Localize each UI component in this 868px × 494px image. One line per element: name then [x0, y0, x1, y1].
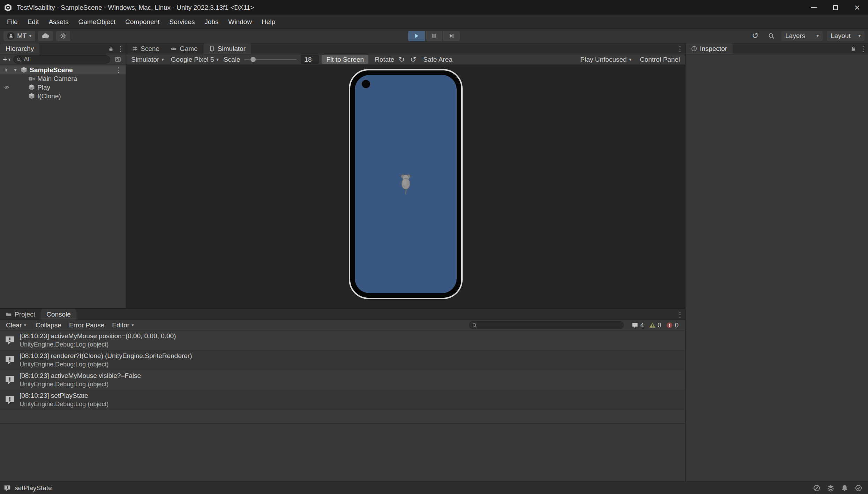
play-unfocused-label: Play Unfocused [580, 56, 627, 63]
row-menu-kebab-icon[interactable]: ⋮ [115, 66, 122, 74]
foldout-arrow-icon[interactable]: ▼ [13, 68, 20, 73]
console-detail-pane [0, 424, 685, 481]
hierarchy-row-play[interactable]: Play [0, 83, 126, 92]
search-everywhere-button[interactable] [765, 31, 777, 41]
tab-console[interactable]: Console [41, 309, 76, 320]
visibility-off-icon[interactable] [3, 85, 10, 90]
hierarchy-row-scene[interactable]: ▼ SampleScene ⋮ [0, 66, 126, 74]
rotate-ccw-icon[interactable]: ↺ [409, 55, 418, 64]
cube-icon [28, 84, 35, 91]
bottom-panel: Project Console ⋮ Clear ▾ Collapse Err [0, 308, 685, 481]
history-icon: ↺ [752, 31, 758, 40]
collapse-button[interactable]: Collapse [32, 320, 65, 330]
tab-project[interactable]: Project [0, 309, 41, 320]
log-message: [08:10:23] activeMyMouse position=(0.00,… [20, 332, 176, 340]
status-message[interactable]: setPlayState [15, 484, 52, 492]
maximize-button[interactable] [825, 0, 846, 15]
rotate-label: Rotate [375, 56, 394, 63]
editor-dropdown[interactable]: Editor ▾ [109, 320, 137, 330]
menu-window[interactable]: Window [223, 15, 257, 28]
tab-hierarchy[interactable]: Hierarchy [0, 43, 39, 54]
warning-filter-badge[interactable]: 0 [649, 321, 661, 329]
info-filter-badge[interactable]: 4 [631, 321, 644, 329]
play-button[interactable] [408, 31, 425, 41]
view-tabbar: Scene Game Simulator ⋮ [126, 43, 685, 54]
menu-help[interactable]: Help [257, 15, 280, 28]
scene-pick-icon[interactable] [3, 68, 10, 73]
tab-inspector[interactable]: Inspector [686, 43, 733, 54]
safe-area-button[interactable]: Safe Area [423, 56, 452, 63]
log-entry[interactable]: [08:10:23] renderer?I(Clone) (UnityEngin… [0, 350, 685, 370]
tabbar-spacer [76, 309, 675, 320]
hierarchy-search[interactable] [13, 55, 110, 63]
panel-menu-kebab-icon[interactable]: ⋮ [675, 309, 685, 320]
menu-edit[interactable]: Edit [23, 15, 44, 28]
play-controls [408, 31, 460, 41]
window-search-icon[interactable] [113, 56, 123, 63]
panel-lock-icon[interactable] [848, 43, 858, 54]
create-add-button[interactable]: +▾ [3, 55, 10, 64]
status-bar-icons [813, 484, 865, 492]
console-search-input[interactable] [479, 321, 621, 329]
account-dropdown-button[interactable]: MT ▾ [3, 31, 35, 41]
log-entry[interactable]: [08:10:23] activeMyMouse visible?=False … [0, 370, 685, 390]
tab-scene[interactable]: Scene [126, 43, 165, 54]
menu-jobs[interactable]: Jobs [200, 15, 223, 28]
phone-screen[interactable] [355, 75, 457, 293]
menu-assets[interactable]: Assets [44, 15, 73, 28]
cloud-button[interactable] [38, 31, 53, 41]
menu-gameobject[interactable]: GameObject [73, 15, 120, 28]
simulator-toolbar: Simulator▾ Google Pixel 5▾ Scale 18 Fit … [126, 54, 685, 65]
scale-slider[interactable] [244, 59, 297, 60]
menu-file[interactable]: File [2, 15, 23, 28]
warning-count: 0 [658, 321, 661, 329]
panel-menu-kebab-icon[interactable]: ⋮ [675, 43, 685, 54]
scale-value-field[interactable]: 18 [301, 55, 319, 64]
unity-editor-window: TestVisability - SampleScene - Windows, … [0, 0, 868, 494]
step-button[interactable] [443, 31, 460, 41]
check-circle-icon[interactable] [855, 484, 862, 492]
panel-lock-icon[interactable] [106, 43, 116, 54]
rotate-cw-icon[interactable]: ↻ [397, 55, 406, 64]
undo-history-button[interactable]: ↺ [749, 31, 761, 41]
play-unfocused-dropdown[interactable]: Play Unfocused▾ [578, 56, 634, 63]
tab-game[interactable]: Game [165, 43, 203, 54]
menu-bar: File Edit Assets GameObject Component Se… [0, 15, 868, 29]
menu-services[interactable]: Services [164, 15, 200, 28]
bell-icon[interactable] [841, 484, 848, 492]
pause-button[interactable] [426, 31, 442, 41]
clear-label: Clear [6, 321, 22, 329]
fit-to-screen-button[interactable]: Fit to Screen [322, 55, 368, 64]
layers-dropdown[interactable]: Layers ▾ [781, 31, 823, 41]
settings-gear-button[interactable] [56, 31, 70, 41]
console-search[interactable] [469, 321, 624, 329]
hierarchy-row-main-camera[interactable]: Main Camera [0, 74, 126, 83]
panel-menu-kebab-icon[interactable]: ⋮ [116, 43, 126, 54]
mouse-sprite [399, 173, 413, 195]
device-dropdown[interactable]: Google Pixel 5▾ [169, 56, 221, 63]
hierarchy-row-i-clone[interactable]: I(Clone) [0, 92, 126, 100]
clear-button[interactable]: Clear ▾ [3, 320, 29, 330]
minimize-button[interactable] [803, 0, 825, 15]
scale-label: Scale [224, 56, 240, 63]
menu-component[interactable]: Component [120, 15, 164, 28]
log-bubble-icon [4, 374, 15, 386]
slashed-circle-icon[interactable] [813, 484, 821, 492]
control-panel-button[interactable]: Control Panel [640, 56, 680, 63]
simulator-mode-dropdown[interactable]: Simulator▾ [129, 56, 166, 63]
layers-stack-icon[interactable] [827, 484, 835, 492]
gameobject-label: Play [37, 84, 50, 91]
log-entry[interactable]: [08:10:23] activeMyMouse position=(0.00,… [0, 330, 685, 350]
slider-thumb[interactable] [250, 57, 256, 62]
tab-simulator[interactable]: Simulator [203, 43, 251, 54]
layout-dropdown[interactable]: Layout ▾ [827, 31, 865, 41]
error-filter-badge[interactable]: 0 [666, 321, 679, 329]
search-icon [768, 32, 775, 39]
avatar [7, 32, 15, 40]
panel-menu-kebab-icon[interactable]: ⋮ [858, 43, 868, 54]
log-entry[interactable]: [08:10:23] setPlayState UnityEngine.Debu… [0, 390, 685, 410]
error-pause-button[interactable]: Error Pause [66, 320, 107, 330]
hierarchy-search-input[interactable] [24, 56, 107, 63]
simulator-viewport[interactable] [126, 65, 685, 308]
close-button[interactable]: × [846, 0, 868, 15]
